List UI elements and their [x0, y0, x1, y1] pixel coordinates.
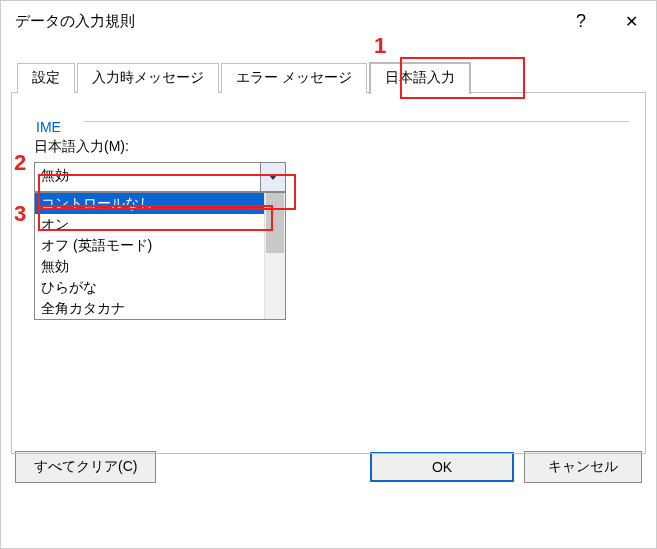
combobox-dropdown-button[interactable]: [260, 163, 285, 191]
list-item[interactable]: 無効: [35, 256, 264, 277]
fieldset-body: 日本語入力(M): 無効 コントロールなし オン オフ (英語モード) 無効 ひ…: [24, 122, 633, 330]
help-button[interactable]: ?: [556, 1, 606, 41]
tab-ime[interactable]: 日本語入力: [369, 62, 471, 94]
data-validation-dialog: データの入力規則 ? ✕ 設定 入力時メッセージ エラー メッセージ 日本語入力…: [0, 0, 657, 549]
list-item[interactable]: ひらがな: [35, 277, 264, 298]
clear-all-button[interactable]: すべてクリア(C): [15, 451, 156, 483]
fieldset-legend: IME: [32, 119, 65, 135]
list-item[interactable]: オフ (英語モード): [35, 235, 264, 256]
ime-mode-combobox[interactable]: 無効: [34, 162, 286, 192]
combobox-value: 無効: [35, 163, 260, 191]
tab-panel-ime: IME 日本語入力(M): 無効 コントロールなし オン オフ (英語モード) …: [11, 92, 646, 454]
dialog-title: データの入力規則: [15, 12, 135, 31]
list-item[interactable]: コントロールなし: [35, 193, 264, 214]
titlebar-buttons: ? ✕: [556, 1, 656, 41]
list-item[interactable]: オン: [35, 214, 264, 235]
cancel-button[interactable]: キャンセル: [524, 451, 642, 483]
content-area: 設定 入力時メッセージ エラー メッセージ 日本語入力 IME 日本語入力(M)…: [1, 41, 656, 441]
dropdown-scrollbar[interactable]: [264, 193, 285, 319]
ok-button[interactable]: OK: [370, 452, 514, 482]
scrollbar-thumb[interactable]: [266, 193, 284, 253]
list-items-container: コントロールなし オン オフ (英語モード) 無効 ひらがな 全角カタカナ: [35, 193, 264, 319]
chevron-down-icon: [269, 175, 277, 180]
tab-error-message[interactable]: エラー メッセージ: [221, 63, 367, 93]
list-item[interactable]: 全角カタカナ: [35, 298, 264, 319]
tab-strip: 設定 入力時メッセージ エラー メッセージ 日本語入力: [17, 61, 646, 93]
ime-mode-dropdown-list: コントロールなし オン オフ (英語モード) 無効 ひらがな 全角カタカナ: [34, 192, 286, 320]
tab-input-message[interactable]: 入力時メッセージ: [77, 63, 219, 93]
titlebar: データの入力規則 ? ✕: [1, 1, 656, 41]
tab-settings[interactable]: 設定: [17, 63, 75, 93]
close-button[interactable]: ✕: [606, 1, 656, 41]
ime-mode-label: 日本語入力(M):: [34, 138, 623, 156]
